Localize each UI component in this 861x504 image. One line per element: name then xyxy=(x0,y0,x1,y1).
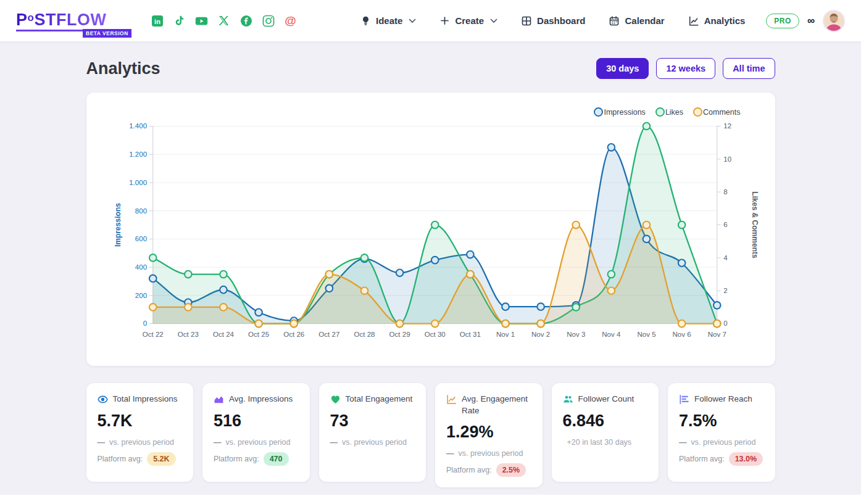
legend-label: Comments xyxy=(703,108,740,117)
delta-text: +20 in last 30 days xyxy=(567,438,632,447)
stat-card-delta: — vs. previous period xyxy=(98,438,183,447)
x-icon[interactable] xyxy=(217,14,230,27)
legend-item-comments[interactable]: Comments xyxy=(693,107,740,117)
social-icons: in@ xyxy=(151,14,297,27)
svg-text:Oct 26: Oct 26 xyxy=(283,331,304,338)
svg-text:600: 600 xyxy=(135,235,146,242)
delta-text: vs. previous period xyxy=(342,438,407,447)
analytics-chart-icon xyxy=(688,15,699,27)
app-logo[interactable]: PoSTFLOW BETA VERSION xyxy=(16,10,133,31)
platform-avg-label: Platform avg: xyxy=(214,455,259,463)
chevron-down-icon xyxy=(409,19,416,23)
delta-text: vs. previous period xyxy=(109,438,174,447)
analytics-chart-card: ImpressionsLikesComments 02004006008001.… xyxy=(86,93,775,366)
bar-chart-icon xyxy=(679,394,689,405)
svg-text:10: 10 xyxy=(723,155,731,163)
delta-dash: — xyxy=(214,438,222,447)
analytics-page: Analytics 30 days 12 weeks All time Impr… xyxy=(86,58,775,487)
dashboard-grid-icon xyxy=(521,15,532,27)
platform-avg-label: Platform avg: xyxy=(446,466,492,474)
delta-text: vs. previous period xyxy=(459,449,523,458)
stat-card-label: Avg. Impressions xyxy=(229,394,293,405)
nav-label: Dashboard xyxy=(537,15,585,26)
nav-item-dashboard[interactable]: Dashboard xyxy=(521,15,585,27)
platform-avg-label: Platform avg: xyxy=(679,455,725,463)
line-chart-icon xyxy=(446,394,457,405)
pro-badge[interactable]: PRO xyxy=(766,14,799,28)
area-chart-icon xyxy=(214,394,224,405)
platform-avg-label: Platform avg: xyxy=(98,455,143,463)
threads-icon[interactable]: @ xyxy=(284,14,297,27)
main-nav: Ideate Create Dashboard Calendar Analyti… xyxy=(360,15,745,27)
stat-card: Avg. Engagement Rate 1.29% — vs. previou… xyxy=(435,383,543,488)
lightbulb-icon xyxy=(360,15,371,27)
svg-text:0: 0 xyxy=(143,320,146,327)
svg-text:1.400: 1.400 xyxy=(129,122,147,130)
app-logo-text: PoSTFLOW xyxy=(16,10,110,31)
stat-card-platform-avg: Platform avg: 2.5% xyxy=(446,463,531,477)
svg-text:0: 0 xyxy=(723,320,727,327)
linkedin-icon[interactable]: in xyxy=(151,14,164,27)
legend-item-impressions[interactable]: Impressions xyxy=(594,107,645,117)
svg-text:in: in xyxy=(154,17,160,25)
page-title: Analytics xyxy=(86,59,160,78)
svg-text:Nov 2: Nov 2 xyxy=(531,331,550,338)
facebook-icon[interactable] xyxy=(239,14,252,27)
svg-text:1.200: 1.200 xyxy=(129,151,147,158)
delta-text: vs. previous period xyxy=(691,438,756,447)
instagram-icon[interactable] xyxy=(262,14,275,27)
stat-card-label: Total Engagement xyxy=(346,394,413,405)
stat-card: Follower Reach 7.5% — vs. previous perio… xyxy=(668,383,775,482)
svg-text:Nov 4: Nov 4 xyxy=(602,331,621,338)
legend-marker xyxy=(594,107,603,117)
svg-text:200: 200 xyxy=(135,292,146,299)
nav-label: Create xyxy=(455,15,484,26)
stat-card-delta: — vs. previous period xyxy=(679,438,764,447)
eye-icon xyxy=(98,394,108,405)
avatar-photo xyxy=(824,11,844,31)
delta-dash: — xyxy=(98,438,106,447)
stat-card-value: 5.7K xyxy=(98,411,183,431)
stat-card-delta: — vs. previous period xyxy=(330,438,415,447)
svg-text:2: 2 xyxy=(723,287,727,294)
range-button-12-weeks[interactable]: 12 weeks xyxy=(656,58,715,79)
nav-item-create[interactable]: Create xyxy=(439,15,497,26)
platform-avg-pill: 13.0% xyxy=(729,452,763,466)
stat-card-value: 7.5% xyxy=(679,411,764,431)
range-button-all-time[interactable]: All time xyxy=(723,58,775,79)
stat-card-platform-avg: Platform avg: 5.2K xyxy=(98,452,183,466)
svg-text:Oct 27: Oct 27 xyxy=(318,331,339,338)
stat-card: Total Impressions 5.7K — vs. previous pe… xyxy=(86,383,194,482)
stat-card-value: 73 xyxy=(330,411,415,431)
stat-cards-row: Total Impressions 5.7K — vs. previous pe… xyxy=(86,383,775,488)
stat-card-value: 516 xyxy=(214,411,299,431)
svg-text:Oct 30: Oct 30 xyxy=(424,331,445,338)
chart-legend: ImpressionsLikesComments xyxy=(99,102,763,117)
plus-icon xyxy=(439,15,450,26)
youtube-icon[interactable] xyxy=(195,14,208,27)
legend-item-likes[interactable]: Likes xyxy=(655,107,683,117)
svg-text:12: 12 xyxy=(723,122,731,130)
svg-text:400: 400 xyxy=(135,263,146,271)
svg-text:Nov 5: Nov 5 xyxy=(637,331,655,338)
user-avatar[interactable] xyxy=(823,10,845,32)
svg-text:Oct 29: Oct 29 xyxy=(389,331,410,338)
footer-strip xyxy=(0,495,861,504)
tiktok-icon[interactable] xyxy=(173,14,186,27)
chart-canvas[interactable]: 02004006008001.0001.2001.400024681012Oct… xyxy=(99,118,763,358)
nav-item-ideate[interactable]: Ideate xyxy=(360,15,416,27)
nav-item-analytics[interactable]: Analytics xyxy=(688,15,746,27)
svg-text:Oct 22: Oct 22 xyxy=(142,331,163,338)
nav-label: Analytics xyxy=(704,15,746,26)
svg-text:1.000: 1.000 xyxy=(129,179,147,186)
legend-marker xyxy=(655,107,665,117)
svg-text:Nov 1: Nov 1 xyxy=(496,331,514,338)
beta-version-badge: BETA VERSION xyxy=(83,29,131,38)
engagement-line-chart: 02004006008001.0001.2001.400024681012Oct… xyxy=(99,118,763,356)
header-right-group: PRO ∞ xyxy=(766,10,845,32)
stat-card-platform-avg: Platform avg: 470 xyxy=(214,452,299,466)
range-button-30-days[interactable]: 30 days xyxy=(596,58,649,79)
stat-card-delta: +20 in last 30 days xyxy=(563,438,648,447)
stat-card-platform-avg: Platform avg: 13.0% xyxy=(679,452,764,466)
nav-item-calendar[interactable]: Calendar xyxy=(609,15,664,27)
